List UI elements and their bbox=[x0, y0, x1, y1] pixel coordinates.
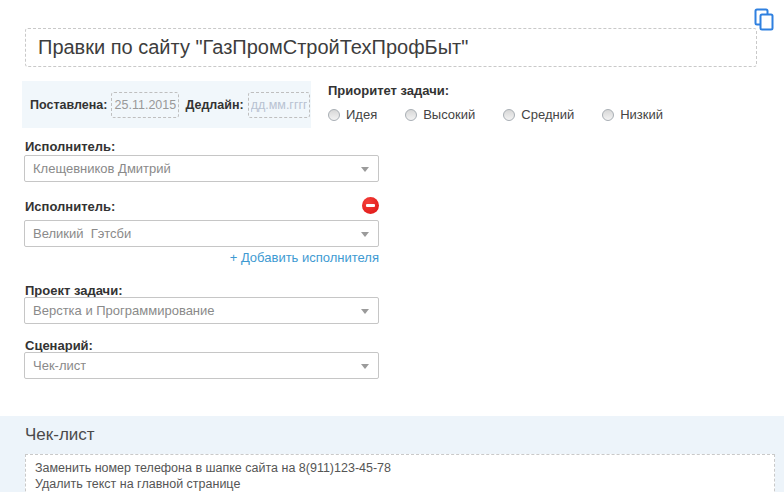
deadline-label: Дедлайн: bbox=[185, 98, 243, 112]
caret-down-icon bbox=[361, 232, 369, 237]
executor-label-2: Исполнитель: bbox=[25, 199, 115, 214]
executor-select-1[interactable]: Клещевников Дмитрий bbox=[24, 155, 379, 182]
priority-option-low[interactable]: Низкий bbox=[602, 107, 663, 122]
task-title-field[interactable]: Правки по сайту "ГазПромСтройТехПрофБыт" bbox=[25, 28, 757, 67]
caret-down-icon bbox=[361, 309, 369, 314]
copy-icon-glyph bbox=[753, 8, 775, 31]
priority-option-medium[interactable]: Средний bbox=[503, 107, 574, 122]
checklist-section: Чек-лист Заменить номер телефона в шапке… bbox=[0, 416, 784, 492]
minus-bar bbox=[366, 204, 375, 207]
priority-group: Приоритет задачи: Идея Высокий Средний Н… bbox=[328, 83, 691, 122]
priority-option-idea[interactable]: Идея bbox=[328, 107, 377, 122]
deadline-input[interactable] bbox=[248, 92, 310, 118]
priority-options: Идея Высокий Средний Низкий bbox=[328, 107, 691, 122]
scenario-label: Сценарий: bbox=[25, 338, 93, 353]
executor-select-2-value: Великий Гэтсби bbox=[33, 226, 131, 241]
radio-icon bbox=[405, 109, 417, 121]
task-title: Правки по сайту "ГазПромСтройТехПрофБыт" bbox=[38, 36, 468, 59]
assigned-date-label: Поставлена: bbox=[30, 98, 107, 112]
priority-label: Приоритет задачи: bbox=[328, 83, 691, 98]
priority-option-high[interactable]: Высокий bbox=[405, 107, 475, 122]
checklist-line: Заменить номер телефона в шапке сайта на… bbox=[35, 461, 765, 477]
copy-icon[interactable] bbox=[753, 8, 775, 31]
checklist-textarea[interactable]: Заменить номер телефона в шапке сайта на… bbox=[25, 454, 775, 492]
radio-icon bbox=[602, 109, 614, 121]
priority-option-label: Идея bbox=[346, 107, 377, 122]
priority-option-label: Высокий bbox=[423, 107, 475, 122]
executor-select-1-value: Клещевников Дмитрий bbox=[33, 161, 171, 176]
dates-panel: Поставлена: Дедлайн: bbox=[22, 81, 311, 128]
caret-down-icon bbox=[361, 364, 369, 369]
checklist-line: Удалить текст на главной странице bbox=[35, 477, 765, 492]
priority-option-label: Низкий bbox=[620, 107, 663, 122]
executor-label-1: Исполнитель: bbox=[25, 139, 115, 154]
project-select[interactable]: Верстка и Программирование bbox=[24, 297, 379, 324]
checklist-heading: Чек-лист bbox=[25, 425, 95, 445]
radio-icon bbox=[328, 109, 340, 121]
scenario-select-value: Чек-лист bbox=[33, 358, 86, 373]
executor-select-2[interactable]: Великий Гэтсби bbox=[24, 220, 379, 247]
add-executor-link[interactable]: + Добавить исполнителя bbox=[24, 250, 379, 265]
caret-down-icon bbox=[361, 167, 369, 172]
task-edit-page: Правки по сайту "ГазПромСтройТехПрофБыт"… bbox=[0, 0, 784, 492]
project-label: Проект задачи: bbox=[25, 283, 123, 298]
priority-option-label: Средний bbox=[521, 107, 574, 122]
assigned-date-input[interactable] bbox=[111, 92, 179, 118]
project-select-value: Верстка и Программирование bbox=[33, 303, 215, 318]
minus-circle-icon[interactable] bbox=[362, 197, 379, 214]
scenario-select[interactable]: Чек-лист bbox=[24, 352, 379, 379]
radio-icon bbox=[503, 109, 515, 121]
